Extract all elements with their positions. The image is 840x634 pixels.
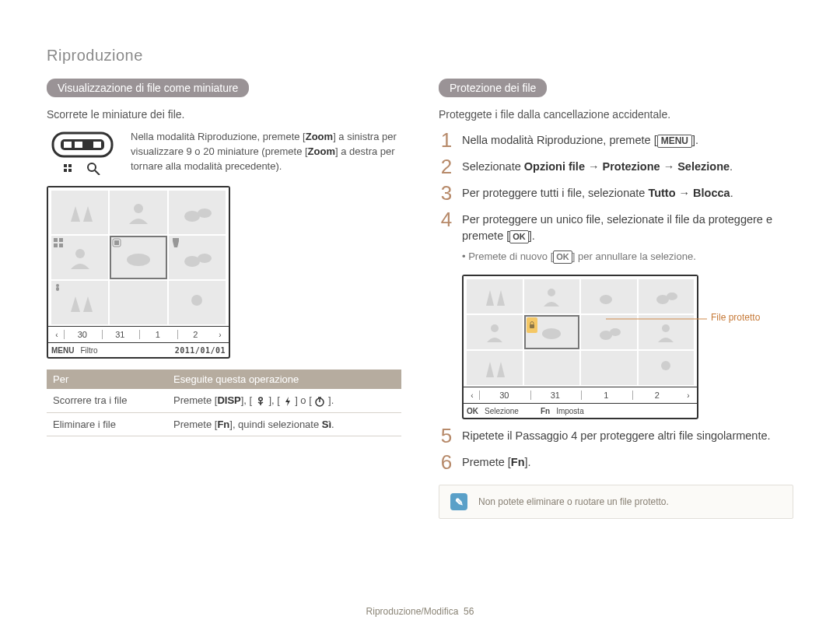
svg-point-13 [198, 208, 212, 218]
svg-rect-2 [64, 142, 72, 148]
svg-rect-26 [56, 287, 59, 291]
menu-key: MENU [657, 135, 692, 148]
pill-thumbnails: Visualizzazione di file come miniature [47, 79, 249, 97]
svg-rect-22 [173, 238, 179, 241]
step-6: Premete [Fn]. [462, 452, 531, 472]
svg-point-23 [184, 256, 200, 267]
svg-point-34 [667, 292, 677, 300]
operations-table: PerEseguite questa operazione Scorrere t… [47, 370, 401, 436]
th-per: Per [47, 370, 167, 389]
macro-icon [255, 396, 266, 407]
zoom-lever-icon [47, 130, 118, 175]
svg-rect-4 [93, 142, 101, 148]
svg-rect-3 [75, 142, 82, 148]
svg-rect-15 [59, 238, 63, 242]
svg-point-37 [542, 328, 561, 339]
col-left: Visualizzazione di file come miniature S… [47, 79, 401, 519]
svg-rect-7 [64, 169, 67, 172]
svg-rect-14 [54, 238, 58, 242]
svg-rect-17 [59, 243, 63, 247]
step-2: Selezionate Opzioni file → Protezione → … [462, 156, 733, 177]
breadcrumb: Riproduzione [47, 47, 793, 65]
svg-point-12 [184, 211, 200, 222]
svg-point-9 [88, 163, 96, 171]
th-op: Eseguite questa operazione [167, 370, 401, 389]
filter-strip: MENU Filtro 2011/01/01 [48, 342, 229, 357]
svg-rect-5 [64, 164, 67, 167]
svg-rect-6 [68, 164, 72, 167]
lead-protect: Proteggete i file dalla cancellazione ac… [439, 108, 793, 121]
pill-protect: Protezione dei file [439, 79, 547, 97]
ok-key: OK [509, 230, 529, 243]
page-footer: Riproduzione/Modifica 56 [0, 606, 840, 617]
svg-point-21 [127, 254, 150, 266]
info-icon: ✎ [450, 493, 467, 510]
step-4-sub: • Premete di nuovo [OK] per annullare la… [462, 250, 793, 264]
svg-rect-8 [68, 169, 72, 172]
timer-icon [314, 396, 325, 407]
svg-point-39 [610, 328, 621, 336]
svg-point-24 [198, 254, 212, 263]
svg-rect-20 [114, 240, 119, 245]
lock-icon [527, 317, 537, 333]
svg-point-25 [56, 284, 59, 287]
tip-note: ✎ Non potete eliminare o ruotare un file… [439, 485, 793, 519]
callout-file-protected: File protetto [711, 312, 760, 323]
flash-icon [283, 396, 292, 407]
svg-point-11 [134, 204, 143, 213]
svg-point-35 [491, 324, 499, 332]
zoom-hint-text: Nella modalità Riproduzione, premete [Zo… [131, 130, 401, 174]
svg-rect-16 [54, 243, 58, 247]
svg-point-31 [548, 289, 555, 296]
lead-thumbnails: Scorrete le miniature dei file. [47, 108, 401, 121]
thumbnail-preview-left: ‹ 30 31 1 2 › MENU Filtro 2011/01/01 [47, 186, 230, 359]
date-strip: ‹ 30 31 1 2 › [48, 326, 229, 342]
svg-line-10 [95, 170, 100, 175]
step-5: Ripetete il Passaggio 4 per proteggere a… [462, 426, 771, 446]
svg-point-18 [75, 249, 85, 258]
svg-point-32 [600, 295, 612, 304]
svg-point-40 [662, 324, 670, 332]
svg-rect-36 [530, 324, 534, 328]
step-4: Per proteggere un unico file, selezionat… [462, 209, 793, 244]
col-right: Protezione dei file Proteggete i file da… [439, 79, 793, 519]
step-1: Nella modalità Riproduzione, premete [ME… [462, 130, 698, 150]
step-3: Per proteggere tutti i file, selezionate… [462, 183, 733, 203]
thumbnail-preview-right: ‹ 30 31 1 2 › OKSelezione FnImposta [462, 275, 698, 419]
